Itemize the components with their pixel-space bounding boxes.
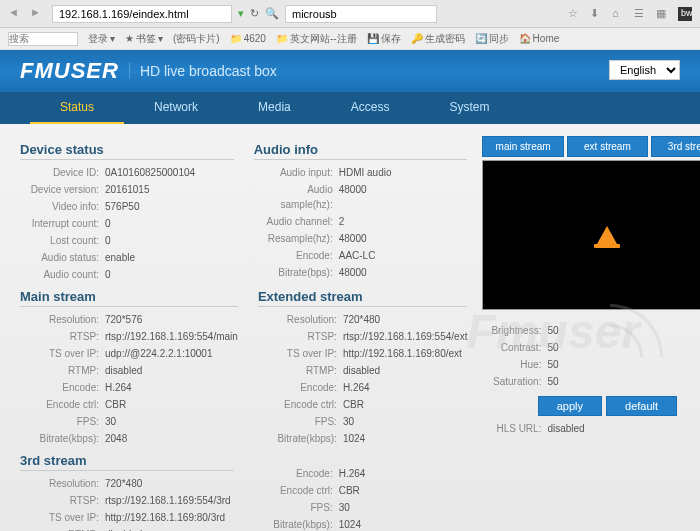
audio-count-value: 0 xyxy=(105,267,111,282)
genpw-item[interactable]: 🔑 生成密码 xyxy=(411,32,465,46)
ext-stream-title: Extended stream xyxy=(258,289,468,307)
audio-status-value: enable xyxy=(105,250,135,265)
tab-3rd-stream[interactable]: 3rd stream xyxy=(651,136,700,157)
audio-input-value: HDMI audio xyxy=(339,165,392,180)
main-stream-title: Main stream xyxy=(20,289,238,307)
es-fps-label: FPS: xyxy=(258,414,343,429)
ts3-encode-label: Encode: xyxy=(254,466,339,481)
nav-system[interactable]: System xyxy=(419,92,519,124)
ms-encode-value: H.264 xyxy=(105,380,132,395)
ms-rtmp-label: RTMP: xyxy=(20,363,105,378)
ms-bitrate-label: Bitrate(kbps): xyxy=(20,431,105,446)
ensite-item[interactable]: 📁 英文网站--注册 xyxy=(276,32,357,46)
ext-icon[interactable]: bw xyxy=(678,7,692,21)
search-icon: 🔍 xyxy=(265,7,279,20)
audio-sample-value: 48000 xyxy=(339,182,367,212)
es-ts-label: TS over IP: xyxy=(258,346,343,361)
es-bitrate-value: 1024 xyxy=(343,431,365,446)
ms-resolution-value: 720*576 xyxy=(105,312,142,327)
resample-label: Resample(hz): xyxy=(254,231,339,246)
ts3-ts-value: http://192.168.1.169:80/3rd xyxy=(105,510,225,525)
ms-rtsp-label: RTSP: xyxy=(20,329,105,344)
hue-value[interactable]: 50 xyxy=(547,359,700,370)
ts3-encodectrl-label: Encode ctrl: xyxy=(254,483,339,498)
language-select[interactable]: English xyxy=(609,60,680,80)
device-id-value: 0A10160825000104 xyxy=(105,165,195,180)
ms-encodectrl-label: Encode ctrl: xyxy=(20,397,105,412)
audio-status-label: Audio status: xyxy=(20,250,105,265)
ts3-resolution-value: 720*480 xyxy=(105,476,142,491)
default-button[interactable]: default xyxy=(606,396,677,416)
app-header: FMUSER HD live broadcast box English xyxy=(0,50,700,92)
bookmarks-item[interactable]: ★ 书签 ▾ xyxy=(125,32,163,46)
shield-icon: ▾ xyxy=(238,7,244,20)
browser-search-input[interactable] xyxy=(285,5,437,23)
saturation-value[interactable]: 50 xyxy=(547,376,700,387)
es-encode-value: H.264 xyxy=(343,380,370,395)
interrupt-count-label: Interrupt count: xyxy=(20,216,105,231)
menu-icon[interactable]: ☰ xyxy=(634,7,648,21)
home-icon[interactable]: ⌂ xyxy=(612,7,626,21)
audio-input-label: Audio input: xyxy=(254,165,339,180)
pwcard-item[interactable]: (密码卡片) xyxy=(173,32,220,46)
es-encodectrl-value: CBR xyxy=(343,397,364,412)
nav-status[interactable]: Status xyxy=(30,92,124,124)
sync-item[interactable]: 🔄 同步 xyxy=(475,32,509,46)
ms-fps-value: 30 xyxy=(105,414,116,429)
audio-info-title: Audio info xyxy=(254,142,468,160)
ts3-resolution-label: Resolution: xyxy=(20,476,105,491)
grid-icon[interactable]: ▦ xyxy=(656,7,670,21)
audio-bitrate-value: 48000 xyxy=(339,265,367,280)
es-ts-value: http://192.168.1.169:80/ext xyxy=(343,346,462,361)
video-info-label: Video info: xyxy=(20,199,105,214)
nav-access[interactable]: Access xyxy=(321,92,420,124)
es-encode-label: Encode: xyxy=(258,380,343,395)
num-item[interactable]: 📁 4620 xyxy=(230,33,266,44)
hue-label: Hue: xyxy=(482,359,547,370)
ts3-encodectrl-value: CBR xyxy=(339,483,360,498)
third-stream-title: 3rd stream xyxy=(20,453,234,471)
vlc-cone-icon xyxy=(597,226,617,244)
ms-rtmp-value: disabled xyxy=(105,363,142,378)
reload-icon[interactable]: ↻ xyxy=(250,7,259,20)
ts3-bitrate-label: Bitrate(kbps): xyxy=(254,517,339,531)
ts3-fps-value: 30 xyxy=(339,500,350,515)
audio-channel-label: Audio channel: xyxy=(254,214,339,229)
brightness-value[interactable]: 50 xyxy=(547,325,700,336)
es-resolution-label: Resolution: xyxy=(258,312,343,327)
ms-ts-label: TS over IP: xyxy=(20,346,105,361)
hls-value: disabled xyxy=(547,423,700,434)
ts3-bitrate-value: 1024 xyxy=(339,517,361,531)
lost-count-value: 0 xyxy=(105,233,111,248)
ts3-encode-value: H.264 xyxy=(339,466,366,481)
tab-main-stream[interactable]: main stream xyxy=(482,136,563,157)
apply-button[interactable]: apply xyxy=(538,396,602,416)
url-input[interactable] xyxy=(52,5,232,23)
login-item[interactable]: 登录 ▾ xyxy=(88,32,115,46)
ts3-rtmp-label: RTMP: xyxy=(20,527,105,531)
device-version-label: Device version: xyxy=(20,182,105,197)
es-rtmp-label: RTMP: xyxy=(258,363,343,378)
tab-ext-stream[interactable]: ext stream xyxy=(567,136,648,157)
contrast-value[interactable]: 50 xyxy=(547,342,700,353)
home-item[interactable]: 🏠 Home xyxy=(519,33,560,44)
audio-count-label: Audio count: xyxy=(20,267,105,282)
star-icon[interactable]: ☆ xyxy=(568,7,582,21)
audio-bitrate-label: Bitrate(bps): xyxy=(254,265,339,280)
toolbar-search[interactable] xyxy=(8,32,78,46)
video-info-value: 576P50 xyxy=(105,199,139,214)
save-item[interactable]: 💾 保存 xyxy=(367,32,401,46)
logo: FMUSER xyxy=(20,58,119,84)
nav-media[interactable]: Media xyxy=(228,92,321,124)
forward-icon[interactable]: ► xyxy=(30,6,46,22)
download-icon[interactable]: ⬇ xyxy=(590,7,604,21)
video-preview[interactable] xyxy=(482,160,700,310)
device-version-value: 20161015 xyxy=(105,182,150,197)
nav-network[interactable]: Network xyxy=(124,92,228,124)
es-fps-value: 30 xyxy=(343,414,354,429)
ms-rtsp-value: rtsp://192.168.1.169:554/main xyxy=(105,329,238,344)
back-icon[interactable]: ◄ xyxy=(8,6,24,22)
saturation-label: Saturation: xyxy=(482,376,547,387)
resample-value: 48000 xyxy=(339,231,367,246)
ms-encodectrl-value: CBR xyxy=(105,397,126,412)
